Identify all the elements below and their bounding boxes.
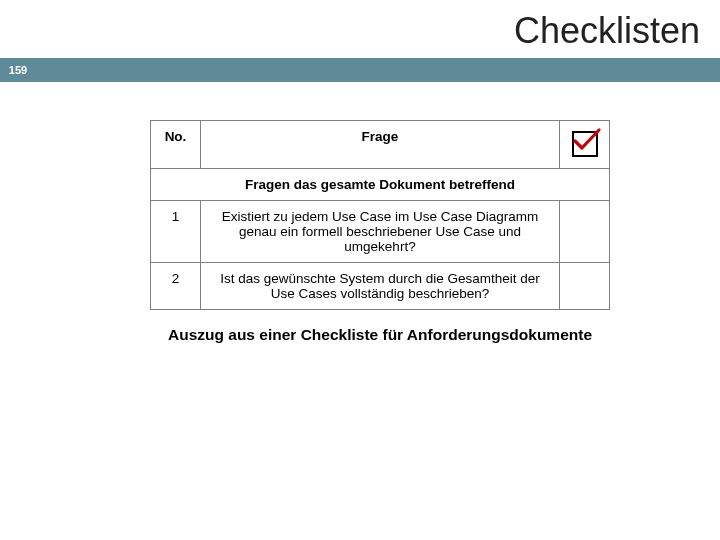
table-caption: Auszug aus einer Checkliste für Anforder… <box>150 326 610 344</box>
col-header-no: No. <box>151 121 201 169</box>
slide-title: Checklisten <box>0 10 700 52</box>
row-question: Ist das gewünschte System durch die Gesa… <box>201 263 560 310</box>
row-question: Existiert zu jedem Use Case im Use Case … <box>201 201 560 263</box>
content-area: No. Frage Fragen das gesamte Dokument be… <box>150 120 610 344</box>
slide: Checklisten 159 No. Frage <box>0 0 720 540</box>
row-no: 2 <box>151 263 201 310</box>
header-bar: 159 <box>0 58 720 82</box>
checkmark-icon <box>572 131 598 157</box>
col-header-check <box>560 121 610 169</box>
row-check-cell <box>560 263 610 310</box>
section-heading: Fragen das gesamte Dokument betreffend <box>151 169 610 201</box>
page-number: 159 <box>0 58 36 82</box>
table-section-row: Fragen das gesamte Dokument betreffend <box>151 169 610 201</box>
table-row: 2 Ist das gewünschte System durch die Ge… <box>151 263 610 310</box>
col-header-frage: Frage <box>201 121 560 169</box>
table-row: 1 Existiert zu jedem Use Case im Use Cas… <box>151 201 610 263</box>
row-no: 1 <box>151 201 201 263</box>
row-check-cell <box>560 201 610 263</box>
header-bar-fill <box>36 58 720 82</box>
checklist-table: No. Frage Fragen das gesamte Dokument be… <box>150 120 610 310</box>
table-header-row: No. Frage <box>151 121 610 169</box>
